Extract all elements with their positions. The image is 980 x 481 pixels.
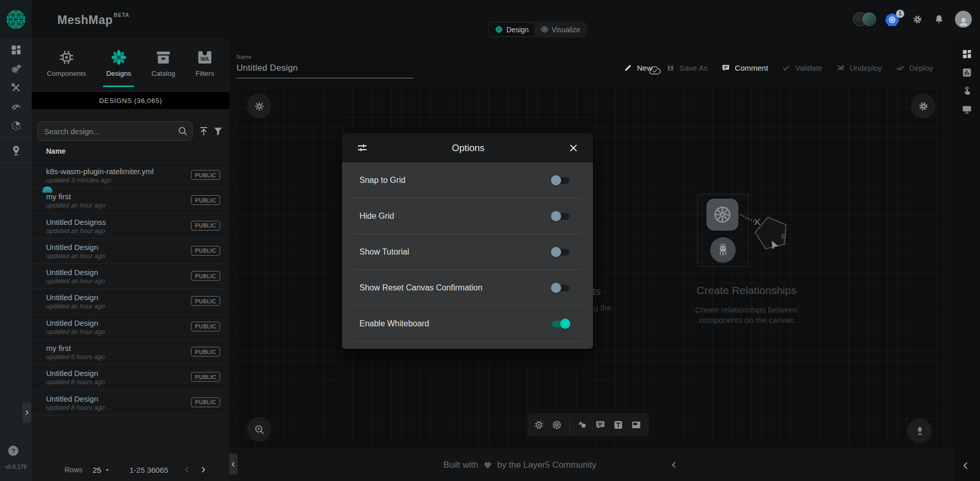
collaborator-avatar-2[interactable] <box>862 12 876 26</box>
caret-down-icon <box>103 466 111 474</box>
toolbar-label: New <box>637 64 652 72</box>
design-row[interactable]: my firstupdated an hour agoPUBLIC <box>32 188 229 213</box>
strip-dashboard-button[interactable] <box>953 45 980 63</box>
show-reset-canvas-confirmation-toggle[interactable] <box>551 283 570 293</box>
dock-k8swheel-icon[interactable] <box>551 420 562 430</box>
dashboard-icon <box>962 49 972 59</box>
dblcheck-icon <box>896 64 905 72</box>
cursor-arrow-icon <box>769 240 781 252</box>
layer5-logo[interactable] <box>0 0 32 38</box>
enable-whiteboard-toggle[interactable] <box>551 319 570 329</box>
wa-icon: WA <box>196 49 214 66</box>
bottom-drawer-chevron[interactable] <box>670 461 678 469</box>
tune-sliders-icon <box>356 142 368 154</box>
floppy-icon <box>666 64 675 72</box>
whiteboard-pen-button[interactable] <box>907 419 932 443</box>
save-as-button[interactable]: Save As <box>666 64 708 72</box>
tab-components[interactable]: Components <box>41 38 91 87</box>
canvas-dock <box>527 413 649 436</box>
design-row[interactable]: my firstupdated 6 hours agoPUBLIC <box>32 340 229 365</box>
dock-ttool-icon[interactable] <box>613 420 624 430</box>
zoom-button[interactable] <box>247 417 271 442</box>
design-row[interactable]: Untitled Designssupdated an hour agoPUBL… <box>32 214 229 239</box>
deploy-button[interactable]: Deploy <box>896 64 933 72</box>
user-avatar[interactable] <box>955 11 972 28</box>
options-modal: Options Snap to GridHide GridShow Tutori… <box>342 133 593 349</box>
rail-item-dashboard[interactable] <box>0 40 32 59</box>
right-drawer-expand-button[interactable] <box>961 461 971 471</box>
rail-item-lifecycle[interactable] <box>0 59 32 78</box>
rows-per-page-select[interactable]: 25 <box>93 466 111 474</box>
dock-comment-icon[interactable] <box>595 420 606 430</box>
comment-button[interactable]: Comment <box>721 64 768 72</box>
strip-touch-button[interactable] <box>953 81 980 100</box>
canvas-actions-button[interactable] <box>247 94 271 118</box>
design-row[interactable]: k8s-wasm-plugin-ratelimiter.ymlupdated 3… <box>32 163 229 188</box>
rail-expand-button[interactable] <box>23 402 31 423</box>
toolbar-label: Validate <box>795 64 822 72</box>
rail-item-meshmap[interactable] <box>0 141 32 160</box>
tab-catalog[interactable]: Catalog <box>146 38 181 87</box>
mode-design[interactable]: Design <box>489 23 535 36</box>
mode-toggle: DesignVisualize <box>488 22 587 37</box>
dock-shapes-icon[interactable] <box>577 420 588 430</box>
mode-visualize[interactable]: Visualize <box>535 23 586 36</box>
rail-item-performance[interactable] <box>0 97 32 116</box>
lifecycle-icon <box>10 63 22 75</box>
collaborator-avatars[interactable] <box>853 12 876 26</box>
visibility-badge: PUBLIC <box>191 398 220 407</box>
design-row[interactable]: Untitled Designupdated an hour agoPUBLIC <box>32 239 229 264</box>
panel-collapse-button[interactable] <box>229 453 238 475</box>
designs-panel: ComponentsDesignsCatalogWAFilters DESIGN… <box>32 38 229 481</box>
meshmap-icon <box>10 144 22 156</box>
context-count-badge: 1 <box>896 10 904 18</box>
import-design-icon[interactable] <box>198 126 209 137</box>
prev-page-button[interactable] <box>183 466 191 474</box>
rail-item-configuration[interactable] <box>0 78 32 97</box>
asterisk-gear-icon <box>253 100 265 112</box>
settings-gear-icon[interactable] <box>912 14 923 25</box>
tab-label: Filters <box>196 70 215 77</box>
next-page-button[interactable] <box>199 466 207 474</box>
help-button[interactable]: ? <box>8 446 18 456</box>
new-button[interactable]: New <box>624 64 652 72</box>
flower-icon <box>110 49 127 66</box>
tab-filters[interactable]: WAFilters <box>190 38 220 87</box>
configuration-icon <box>10 82 22 94</box>
option-label: Hide Grid <box>359 212 394 221</box>
filter-icon[interactable] <box>212 126 224 137</box>
heart-icon <box>482 459 493 470</box>
show-tutorial-toggle[interactable] <box>551 247 570 257</box>
design-name-input[interactable]: Untitled Design <box>237 63 414 78</box>
rail-item-conformance[interactable] <box>0 116 32 135</box>
snap-to-grid-toggle[interactable] <box>551 175 570 185</box>
design-row[interactable]: Untitled Designupdated an hour agoPUBLIC <box>32 289 229 314</box>
undeploy-button[interactable]: Undeploy <box>836 64 882 72</box>
version-label: v0.6.176 <box>0 464 32 470</box>
design-row[interactable]: Untitled Designupdated 8 hours agoPUBLIC <box>32 365 229 390</box>
canvas-options-button[interactable] <box>911 94 935 118</box>
option-row: Snap to Grid <box>353 162 582 198</box>
dock-media-icon[interactable] <box>631 420 642 430</box>
strip-monitor-button[interactable] <box>953 100 980 118</box>
design-row[interactable]: Untitled Designupdated 8 hours agoPUBLIC <box>32 390 229 415</box>
close-icon[interactable] <box>568 143 579 153</box>
design-row[interactable]: Untitled Designupdated an hour agoPUBLIC <box>32 264 229 289</box>
relationship-card-description: Create relationships betweencomponents o… <box>693 305 800 325</box>
search-input[interactable] <box>37 121 193 141</box>
design-row[interactable]: Untitled Designupdated an hour agoPUBLIC <box>32 315 229 340</box>
catalog-icon <box>155 49 172 66</box>
options-modal-title: Options <box>368 142 568 154</box>
hide-grid-toggle[interactable] <box>551 211 570 221</box>
validate-button[interactable]: Validate <box>782 64 822 72</box>
notifications-bell-icon[interactable] <box>933 14 945 25</box>
option-row: Hide Grid <box>353 198 582 234</box>
pagination: Rows 25 1-25 36065 <box>32 458 229 481</box>
dock-chip-icon[interactable] <box>534 420 544 430</box>
strip-chartsq-button[interactable] <box>953 63 980 81</box>
tab-designs[interactable]: Designs <box>101 38 136 87</box>
chevron-right-icon <box>24 409 30 416</box>
rows-label: Rows <box>65 466 82 474</box>
kubernetes-context-button[interactable]: 1 <box>885 12 901 27</box>
chip-icon <box>58 49 75 66</box>
